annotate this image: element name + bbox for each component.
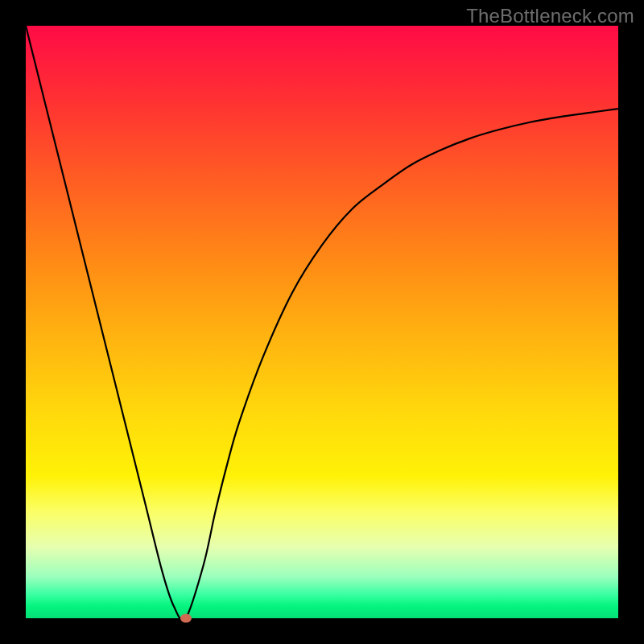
minimum-marker bbox=[180, 614, 192, 623]
chart-frame: TheBottleneck.com bbox=[0, 0, 644, 644]
watermark-text: TheBottleneck.com bbox=[466, 5, 634, 27]
plot-area bbox=[26, 26, 618, 618]
bottleneck-curve bbox=[26, 26, 618, 618]
